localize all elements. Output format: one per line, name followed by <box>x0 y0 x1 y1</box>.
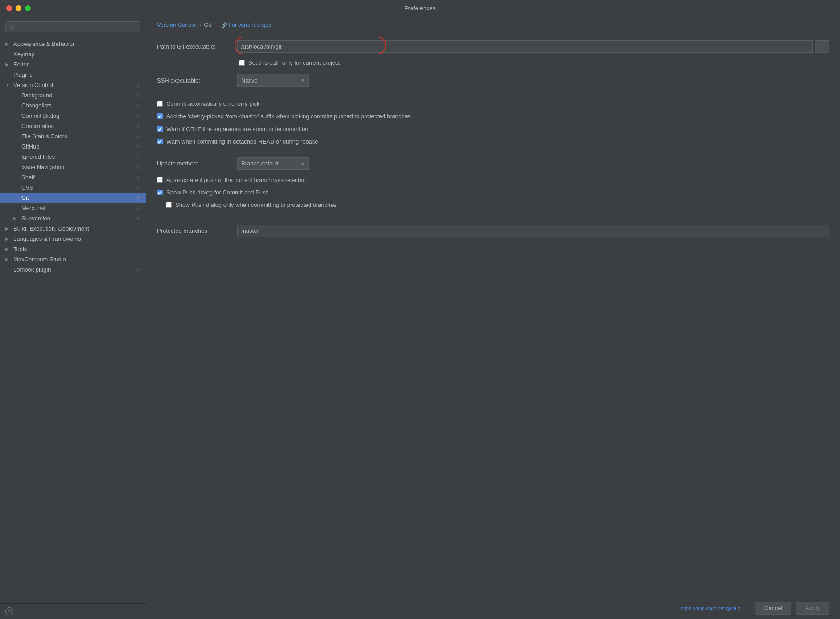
showpushonly-label: Show Push dialog only when committing to… <box>175 201 337 209</box>
spacer3 <box>157 214 829 221</box>
sidebar-item-label: Mercurial <box>21 205 137 211</box>
copy-icon: ⊞ <box>137 103 140 108</box>
maximize-button[interactable] <box>25 5 31 11</box>
ssh-label: SSH executable: <box>157 77 237 84</box>
sidebar-item-maxcompute[interactable]: ▶ MaxCompute Studio <box>0 254 146 264</box>
sidebar-item-cvs[interactable]: CVS ⊞ <box>0 182 146 193</box>
sidebar-item-versioncontrol[interactable]: ▼ Version Control ⊞ <box>0 80 146 90</box>
sidebar-item-languages[interactable]: ▶ Languages & Frameworks <box>0 234 146 244</box>
sidebar-item-label: Version Control <box>13 82 137 88</box>
showpushonly-checkbox[interactable] <box>166 202 172 208</box>
sidebar-item-github[interactable]: GitHub ⊞ <box>0 141 146 152</box>
sidebar-item-label: CVS <box>21 184 137 191</box>
protected-branches-input[interactable] <box>237 225 829 237</box>
expand-icon: ▶ <box>5 236 12 241</box>
set-path-only-checkbox[interactable] <box>239 60 245 66</box>
sidebar-item-commitdialog[interactable]: Commit Dialog ⊞ <box>0 111 146 121</box>
update-method-dropdown[interactable]: Branch default Merge Rebase <box>237 157 309 170</box>
sidebar-item-label: Shelf <box>21 174 137 181</box>
cancel-button[interactable]: Cancel <box>755 602 791 615</box>
browse-button[interactable]: ··· <box>815 40 829 53</box>
sidebar-item-label: Lombok plugin <box>13 266 137 273</box>
sidebar-item-label: Commit Dialog <box>21 112 137 119</box>
copy-icon: ⊞ <box>137 154 140 159</box>
sidebar-item-tools[interactable]: ▶ Tools <box>0 244 146 254</box>
copy-icon: ⊞ <box>137 144 140 149</box>
expand-icon: ▶ <box>5 62 12 67</box>
bottom-bar: https://blog.csdn.net/gyibupi Cancel App… <box>146 597 840 619</box>
settings-body: Path to Git executable: ··· Set this pat… <box>146 31 840 597</box>
sidebar-item-label: Editor <box>13 61 140 68</box>
expand-icon: ▶ <box>5 226 12 231</box>
sidebar-item-label: Appearance & Behavior <box>13 41 140 47</box>
sidebar-item-subversion[interactable]: ▶ Subversion ⊞ <box>0 213 146 223</box>
sidebar-item-label: Git <box>21 194 137 201</box>
sidebar-item-issuenavigation[interactable]: Issue Navigation ⊞ <box>0 162 146 172</box>
sidebar-item-background[interactable]: Background ⊞ <box>0 90 146 100</box>
sidebar-item-ignoredfiles[interactable]: Ignored Files ⊞ <box>0 152 146 162</box>
sidebar-item-changelists[interactable]: Changelists ⊞ <box>0 100 146 111</box>
expand-icon: ▶ <box>13 216 20 221</box>
sidebar-item-editor[interactable]: ▶ Editor <box>0 59 146 70</box>
search-input[interactable] <box>5 21 140 32</box>
sidebar: ▶ Appearance & Behavior Keymap ▶ Editor … <box>0 17 146 619</box>
copy-icon: ⊞ <box>137 134 140 139</box>
main-container: ▶ Appearance & Behavior Keymap ▶ Editor … <box>0 17 840 619</box>
protected-branches-label: Protected branches: <box>157 227 237 234</box>
sidebar-item-filestatuscolors[interactable]: File Status Colors ⊞ <box>0 131 146 141</box>
sidebar-item-label: Issue Navigation <box>21 164 137 170</box>
link-icon: 🔗 <box>221 22 227 28</box>
sidebar-item-build[interactable]: ▶ Build, Execution, Deployment <box>0 223 146 234</box>
ssh-row: SSH executable: Native Built-in ▼ <box>157 74 829 87</box>
expand-icon: ▶ <box>5 257 12 262</box>
autoupdate-row: Auto-update if push of the current branc… <box>157 176 829 184</box>
sidebar-item-label: File Status Colors <box>21 133 137 140</box>
sidebar-bottom: ? <box>0 603 146 619</box>
sidebar-item-shelf[interactable]: Shelf ⊞ <box>0 172 146 182</box>
help-button[interactable]: ? <box>5 607 13 615</box>
autoupdate-checkbox[interactable] <box>157 177 163 183</box>
copy-icon: ⊞ <box>137 195 140 200</box>
expand-icon: ▼ <box>5 83 12 87</box>
update-method-dropdown-wrapper: Branch default Merge Rebase ▼ <box>237 157 309 170</box>
copy-icon: ⊞ <box>137 113 140 118</box>
sidebar-item-keymap[interactable]: Keymap <box>0 49 146 59</box>
breadcrumb-parent[interactable]: Version Control <box>157 21 197 28</box>
set-path-only-row: Set this path only for current project <box>239 59 829 67</box>
warndetached-label: Warn when committing in detached HEAD or… <box>166 138 318 146</box>
sidebar-item-label: Plugins <box>13 71 140 78</box>
titlebar: Preferences <box>0 0 840 17</box>
addsuffix-row: Add the 'cherry-picked from <hash>' suff… <box>157 112 829 120</box>
minimize-button[interactable] <box>16 5 21 11</box>
autocommit-checkbox[interactable] <box>157 101 163 107</box>
close-button[interactable] <box>6 5 12 11</box>
copy-icon: ⊞ <box>137 267 140 272</box>
for-project-link[interactable]: 🔗 For current project <box>221 22 272 28</box>
content-panel: Version Control › Git 🔗 For current proj… <box>146 17 840 619</box>
sidebar-item-lombok[interactable]: Lombok plugin ⊞ <box>0 264 146 275</box>
sidebar-item-plugins[interactable]: Plugins <box>0 70 146 80</box>
sidebar-item-label: Tools <box>13 246 140 252</box>
sidebar-item-appearance[interactable]: ▶ Appearance & Behavior <box>0 39 146 49</box>
sidebar-item-confirmation[interactable]: Confirmation ⊞ <box>0 121 146 131</box>
warncrlf-label: Warn if CRLF line separators are about t… <box>166 125 310 133</box>
sidebar-item-git[interactable]: Git ⊞ <box>0 193 146 203</box>
showpush-checkbox[interactable] <box>157 190 163 195</box>
sidebar-item-label: Confirmation <box>21 123 137 129</box>
protected-branches-row: Protected branches: <box>157 225 829 237</box>
git-path-input[interactable] <box>237 40 813 53</box>
addsuffix-checkbox[interactable] <box>157 113 163 119</box>
copy-icon: ⊞ <box>137 83 140 87</box>
warndetached-checkbox[interactable] <box>157 139 163 144</box>
sidebar-item-label: Subversion <box>21 215 137 222</box>
apply-button: Apply <box>796 602 829 615</box>
sidebar-item-mercurial[interactable]: Mercurial ⊞ <box>0 203 146 213</box>
sidebar-item-label: GitHub <box>21 143 137 150</box>
sidebar-item-label: Ignored Files <box>21 153 137 160</box>
warncrlf-checkbox[interactable] <box>157 126 163 132</box>
copy-icon: ⊞ <box>137 124 140 128</box>
git-path-row: Path to Git executable: ··· <box>157 40 829 53</box>
ssh-dropdown[interactable]: Native Built-in <box>237 74 309 87</box>
showpushonly-row: Show Push dialog only when committing to… <box>166 201 829 209</box>
update-method-row: Update method: Branch default Merge Reba… <box>157 157 829 170</box>
